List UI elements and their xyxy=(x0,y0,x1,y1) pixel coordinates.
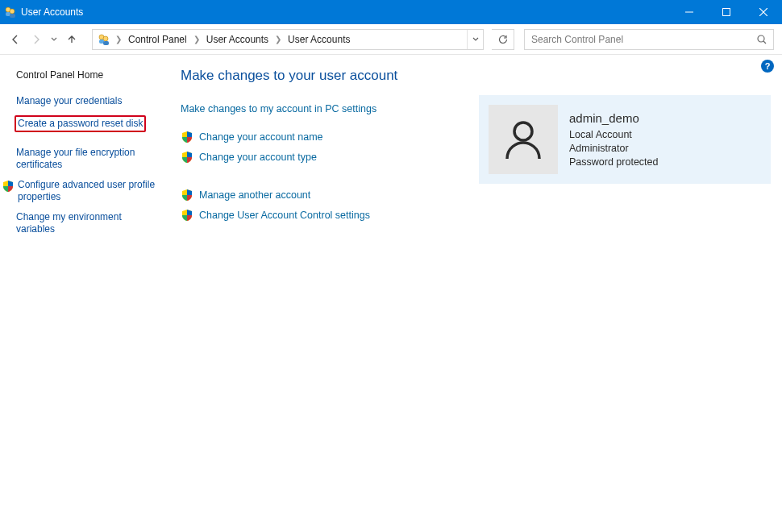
breadcrumb-item[interactable]: User Accounts xyxy=(203,30,272,49)
sidebar-item-label: Configure advanced user profile properti… xyxy=(18,179,160,203)
chevron-right-icon[interactable]: ❯ xyxy=(273,35,283,44)
sidebar-link-encryption[interactable]: Manage your file encryption certificates xyxy=(16,147,160,171)
svg-point-14 xyxy=(514,123,532,140)
user-role: Administrator xyxy=(569,142,658,156)
chevron-right-icon[interactable]: ❯ xyxy=(114,35,123,44)
change-account-type-link[interactable]: Change your account type xyxy=(199,152,317,163)
main-panel: Make changes to your user account Make c… xyxy=(169,55,782,532)
breadcrumb[interactable]: ❯ Control Panel ❯ User Accounts ❯ User A… xyxy=(92,29,484,50)
user-name: admin_demo xyxy=(569,110,658,127)
svg-rect-5 xyxy=(723,9,730,16)
svg-rect-11 xyxy=(103,41,109,45)
shield-icon xyxy=(181,189,193,202)
search-icon[interactable] xyxy=(751,34,773,45)
shield-icon xyxy=(2,179,15,193)
page-title: Make changes to your user account xyxy=(181,68,774,84)
help-icon[interactable]: ? xyxy=(761,60,774,73)
shield-icon xyxy=(181,209,193,222)
back-button[interactable] xyxy=(6,31,24,48)
chevron-right-icon[interactable]: ❯ xyxy=(192,35,202,44)
close-button[interactable] xyxy=(745,0,782,24)
user-info: admin_demo Local Account Administrator P… xyxy=(569,110,658,169)
breadcrumb-item[interactable]: Control Panel xyxy=(125,30,190,49)
forward-button[interactable] xyxy=(27,31,45,48)
maximize-button[interactable] xyxy=(708,0,745,24)
pc-settings-link[interactable]: Make changes to my account in PC setting… xyxy=(181,103,376,114)
shield-icon xyxy=(181,151,193,164)
svg-point-12 xyxy=(758,35,764,42)
breadcrumb-item[interactable]: User Accounts xyxy=(285,30,353,49)
recent-locations-dropdown[interactable] xyxy=(48,31,60,48)
titlebar: User Accounts xyxy=(0,0,782,24)
refresh-button[interactable] xyxy=(492,29,514,50)
breadcrumb-icon xyxy=(96,33,112,46)
user-card: admin_demo Local Account Administrator P… xyxy=(479,95,771,184)
change-account-name-link[interactable]: Change your account name xyxy=(199,131,323,143)
sidebar-link-env-vars[interactable]: Change my environment variables xyxy=(16,211,160,235)
svg-point-1 xyxy=(10,9,15,14)
sidebar: Control Panel Home Manage your credentia… xyxy=(0,55,169,532)
svg-rect-3 xyxy=(10,14,15,18)
minimize-button[interactable] xyxy=(671,0,708,24)
uac-settings-link[interactable]: Change User Account Control settings xyxy=(199,210,370,221)
address-history-dropdown[interactable] xyxy=(467,30,483,49)
control-panel-home-link[interactable]: Control Panel Home xyxy=(16,69,160,81)
search-input[interactable] xyxy=(531,34,751,45)
window-title: User Accounts xyxy=(21,6,83,18)
sidebar-link-credentials[interactable]: Manage your credentials xyxy=(16,95,160,107)
shield-icon xyxy=(181,131,193,143)
sidebar-link-advanced-profile[interactable]: Configure advanced user profile properti… xyxy=(2,179,160,203)
svg-point-9 xyxy=(103,36,108,41)
manage-another-account-link[interactable]: Manage another account xyxy=(199,189,310,201)
up-button[interactable] xyxy=(63,31,81,48)
user-account-type: Local Account xyxy=(569,128,658,142)
user-password-status: Password protected xyxy=(569,156,658,169)
sidebar-link-reset-disk[interactable]: Create a password reset disk xyxy=(15,115,146,132)
avatar xyxy=(489,105,558,174)
svg-line-13 xyxy=(763,41,766,44)
titlebar-app-icon xyxy=(0,6,21,19)
search-box[interactable] xyxy=(524,29,774,50)
address-toolbar: ❯ Control Panel ❯ User Accounts ❯ User A… xyxy=(0,24,782,55)
content-area: ? Control Panel Home Manage your credent… xyxy=(0,55,782,532)
